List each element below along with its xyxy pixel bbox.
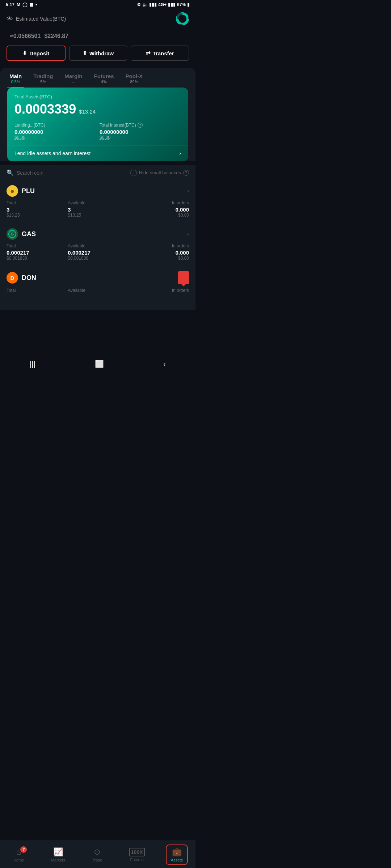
btc-value: ≈0.0566501$2246.87	[7, 28, 189, 41]
lending-usd: $0.00	[14, 135, 96, 140]
gas-grid: Total 0.000217 $0.001838 Available 0.000…	[7, 243, 189, 261]
sys-menu-button[interactable]: |||	[30, 360, 35, 368]
coin-item-don[interactable]: D DON Total Available In orders	[0, 266, 196, 310]
plu-orders-label: In orders	[129, 200, 189, 205]
tabs-section: Main 0.5% Trading 5% Margin - - Futures …	[0, 68, 196, 161]
gas-orders-col: In orders 0.000 $0.00	[129, 243, 189, 261]
estimated-label: 👁 Estimated Value(BTC)	[7, 15, 66, 23]
coin-item-gas[interactable]: G GAS › Total 0.000217 $0.001838 Availab…	[0, 223, 196, 266]
withdraw-button[interactable]: ⬆ Withdraw	[69, 46, 127, 61]
don-grid: Total Available In orders	[7, 288, 189, 305]
plu-avail-value: 3	[68, 207, 127, 213]
don-avail-label: Available	[68, 288, 127, 293]
don-available-col: Available	[68, 288, 127, 305]
lend-assets-button[interactable]: Lend idle assets and earn interest ›	[14, 145, 181, 161]
status-right: ⚙ 🔈 ▮▮▮ 4G+ ▮▮▮ 67% ▮	[137, 2, 190, 7]
mute-icon: 🔈	[142, 2, 148, 7]
card-interest: Total Interest(BTC) ? 0.00000000 $0.00	[100, 123, 181, 140]
don-total-col: Total	[7, 288, 66, 305]
plu-avail-label: Available	[68, 200, 127, 205]
search-icon: 🔍	[7, 169, 14, 176]
don-orders-label: In orders	[129, 288, 189, 293]
plu-icon: ●	[7, 185, 18, 197]
don-flag	[178, 271, 189, 284]
deposit-button[interactable]: ⬇ Deposit	[7, 46, 66, 61]
estimated-row: 👁 Estimated Value(BTC)	[7, 12, 189, 25]
plu-orders-usd: $0.00	[129, 213, 189, 218]
signal2-icon: ▮▮▮	[168, 2, 176, 7]
toggle-circle[interactable]	[130, 170, 137, 176]
plu-orders-col: In orders 0.000 $0.00	[129, 200, 189, 218]
hide-label: Hide small balances	[139, 170, 181, 175]
coin-header-plu: ● PLU ›	[7, 185, 189, 197]
tab-futures[interactable]: Futures 4%	[88, 68, 120, 88]
interest-btc: 0.00000000	[100, 129, 181, 135]
coin-header-gas: G GAS ›	[7, 228, 189, 240]
card-sub-grid: Lending...(BTC) 0.00000000 $0.00 Total I…	[14, 123, 181, 140]
network-label: 4G+	[158, 2, 167, 7]
lending-label: Lending...(BTC)	[14, 123, 96, 128]
system-nav: ||| ⬜ ‹	[0, 357, 196, 373]
don-avail-value	[68, 294, 127, 300]
gas-available-col: Available 0.000217 $0.001838	[68, 243, 127, 261]
don-icon: D	[7, 272, 18, 284]
plu-grid: Total 3 $13.25 Available 3 $13.25 In ord…	[7, 200, 189, 218]
gas-arrow: ›	[187, 231, 189, 237]
don-orders-col: In orders	[129, 288, 189, 305]
plu-available-col: Available 3 $13.25	[68, 200, 127, 218]
don-symbol: DON	[22, 274, 36, 282]
withdraw-icon: ⬆	[83, 50, 87, 56]
card-lending: Lending...(BTC) 0.00000000 $0.00	[14, 123, 96, 140]
gas-orders-value: 0.000	[129, 250, 189, 256]
plu-total-col: Total 3 $13.25	[7, 200, 66, 218]
sys-home-button[interactable]: ⬜	[95, 359, 104, 368]
coin-header-don: D DON	[7, 271, 189, 284]
plu-total-label: Total	[7, 200, 66, 205]
battery-icon: ▮	[187, 2, 190, 7]
tabs: Main 0.5% Trading 5% Margin - - Futures …	[4, 68, 192, 88]
gas-avail-usd: $0.001838	[68, 256, 127, 261]
lending-btc: 0.00000000	[14, 129, 96, 135]
search-row: 🔍 Search coin Hide small balances ?	[0, 165, 196, 180]
battery-label: 67%	[177, 2, 186, 7]
asset-card: Total Assets(BTC) 0.0003339 $13.24 Lendi…	[7, 88, 188, 161]
gas-avail-label: Available	[68, 243, 127, 248]
interest-usd: $0.00	[100, 135, 181, 140]
plu-total-value: 3	[7, 207, 66, 213]
coin-name-row-plu: ● PLU	[7, 185, 35, 197]
card-usd: $13.24	[79, 109, 96, 115]
instagram-icon: ◯	[22, 2, 27, 7]
tab-poolx[interactable]: Pool-X 89%	[120, 68, 149, 88]
card-btc-row: 0.0003339 $13.24	[14, 102, 181, 117]
plu-orders-value: 0.000	[129, 207, 189, 213]
plu-symbol: PLU	[22, 187, 35, 195]
interest-label: Total Interest(BTC) ?	[100, 123, 181, 128]
tab-trading[interactable]: Trading 5%	[28, 68, 59, 88]
eye-icon[interactable]: 👁	[7, 15, 13, 23]
gas-orders-usd: $0.00	[129, 256, 189, 261]
card-footer-arrow: ›	[179, 150, 181, 156]
transfer-button[interactable]: ⇄ Transfer	[131, 46, 189, 61]
tab-margin[interactable]: Margin - -	[59, 68, 88, 88]
coin-item-plu[interactable]: ● PLU › Total 3 $13.25 Available 3 $13.2…	[0, 180, 196, 223]
status-bar: 5:17 M ◯ ▦ • ⚙ 🔈 ▮▮▮ 4G+ ▮▮▮ 67% ▮	[0, 0, 196, 9]
tab-main[interactable]: Main 0.5%	[4, 68, 28, 88]
info-icon: ?	[138, 123, 143, 128]
don-orders-usd	[129, 300, 189, 305]
gas-total-col: Total 0.000217 $0.001838	[7, 243, 66, 261]
hide-balances-toggle[interactable]: Hide small balances ?	[130, 170, 189, 176]
coin-name-row-don: D DON	[7, 272, 36, 284]
gas-orders-label: In orders	[129, 243, 189, 248]
gallery-icon: ▦	[29, 2, 33, 7]
signal-icon: ▮▮▮	[149, 2, 157, 7]
don-total-label: Total	[7, 288, 66, 293]
hide-info-icon: ?	[183, 170, 189, 176]
sys-back-button[interactable]: ‹	[163, 360, 166, 368]
header: 👁 Estimated Value(BTC) ≈0.0566501$2246.8…	[0, 9, 196, 66]
status-time: 5:17	[6, 2, 14, 7]
deposit-icon: ⬇	[22, 50, 27, 56]
search-left[interactable]: 🔍 Search coin	[7, 169, 43, 176]
gas-total-value: 0.000217	[7, 250, 66, 256]
portfolio-icon[interactable]	[176, 12, 189, 25]
coin-list: ● PLU › Total 3 $13.25 Available 3 $13.2…	[0, 180, 196, 310]
